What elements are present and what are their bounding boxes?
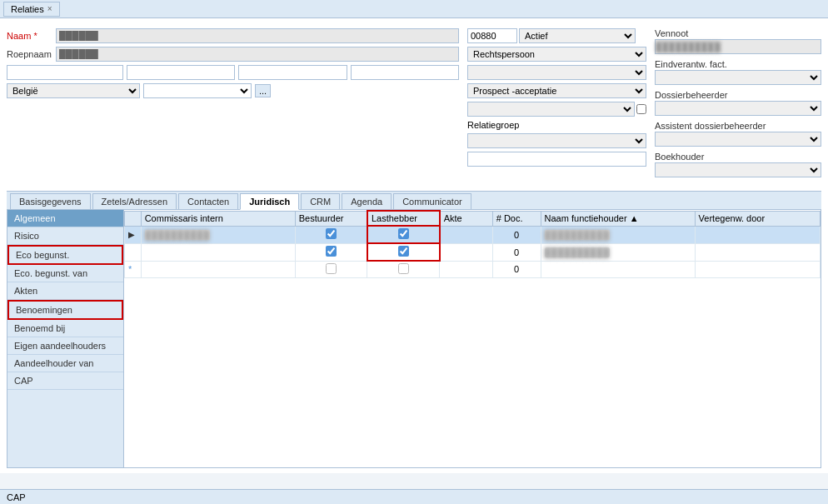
field1-input[interactable] — [7, 65, 123, 80]
tab-content: Algemeen Risico Eco begunst. Eco. beguns… — [7, 210, 821, 468]
roepnaam-label: Roepnaam — [7, 49, 52, 59]
country-row: België ... — [7, 83, 459, 98]
lasthebber-2 — [367, 243, 440, 261]
lasthebber-chk-2[interactable] — [398, 246, 409, 257]
commissaris-1: ██████████ — [141, 226, 295, 243]
lasthebber-chk-3[interactable] — [398, 263, 409, 274]
title-tab-relaties[interactable]: Relaties × — [3, 2, 60, 17]
field3-input[interactable] — [238, 65, 347, 80]
sidebar-item-eigen-aandeelhouders[interactable]: Eigen aandeelhouders — [7, 337, 123, 355]
ndoc-1: 0 — [492, 226, 541, 243]
empty-row1 — [467, 65, 646, 80]
vertegenw-2 — [695, 243, 820, 261]
vertegenw-3 — [695, 261, 820, 278]
title-bar: Relaties × — [0, 0, 828, 18]
tab-juridisch[interactable]: Juridisch — [240, 193, 299, 210]
tab-zetels[interactable]: Zetels/Adressen — [92, 193, 177, 209]
akte-3 — [440, 261, 493, 278]
tab-crm[interactable]: CRM — [301, 193, 340, 209]
tab-agenda[interactable]: Agenda — [342, 193, 392, 209]
lasthebber-3 — [367, 261, 440, 278]
id-input[interactable] — [467, 28, 517, 43]
roepnaam-row: Roepnaam — [7, 47, 459, 62]
sidebar-item-benoemd-bij[interactable]: Benoemd bij — [7, 320, 123, 337]
sidebar-item-benoemingen[interactable]: Benoemingen — [7, 300, 123, 320]
status-bar: CAP — [0, 489, 828, 504]
ndoc-3: 0 — [492, 261, 541, 278]
col-bestuurder[interactable]: Bestuurder — [295, 211, 367, 226]
top-form: Naam Roepnaam België ... — [7, 23, 821, 187]
lasthebber-chk-1[interactable] — [398, 228, 409, 239]
sidebar-item-risico[interactable]: Risico — [7, 227, 123, 245]
table-row: ▶ ██████████ 0 ██████████ — [125, 226, 821, 243]
akte-1 — [440, 226, 493, 243]
field4-input[interactable] — [351, 65, 459, 80]
tab-communicator[interactable]: Communicator — [393, 193, 471, 209]
dossierbeheerder-row: Dossierbeheerder — [655, 90, 821, 116]
form-center: Actief Rechtspersoon Prospect -acceptati… — [467, 28, 646, 182]
assistent-select[interactable] — [655, 132, 821, 147]
vertegenw-1 — [695, 226, 820, 243]
bestuurder-chk-3[interactable] — [326, 263, 337, 274]
checkbox1[interactable] — [636, 104, 646, 114]
relatiegroep-select[interactable] — [467, 133, 646, 148]
status-select[interactable]: Actief — [519, 28, 636, 43]
naam-input[interactable] — [56, 28, 459, 43]
col-lasthebber[interactable]: Lasthebber — [367, 211, 440, 226]
relatiegroep-select-row — [467, 133, 646, 148]
tab-contacten[interactable]: Contacten — [178, 193, 238, 209]
empty-text-row — [467, 152, 646, 167]
field2-input[interactable] — [127, 65, 235, 80]
col-naam[interactable]: Naam functiehouder ▲ — [541, 211, 695, 226]
sidebar-item-eco-begunst[interactable]: Eco begunst. — [7, 245, 123, 265]
type-select[interactable]: Rechtspersoon — [467, 47, 646, 62]
boekhouder-select[interactable] — [655, 162, 821, 177]
table-header-row: Commissaris intern Bestuurder Lasthebber… — [125, 211, 821, 226]
eindverantw-label: Eindverantw. fact. — [655, 59, 821, 69]
prospect-row: Prospect -acceptatie — [467, 83, 646, 98]
col-ndoc[interactable]: # Doc. — [492, 211, 541, 226]
tab-basisgegevens[interactable]: Basisgegevens — [10, 193, 91, 209]
col-vertegenw[interactable]: Vertegenw. door — [695, 211, 820, 226]
naam-value-2: ██████████ — [545, 247, 610, 257]
type-row: Rechtspersoon — [467, 47, 646, 62]
country-select[interactable]: België — [7, 83, 140, 98]
dossierbeheerder-select[interactable] — [655, 101, 821, 116]
form-right: Vennoot ██████████ Eindverantw. fact. Do… — [655, 28, 821, 182]
eindverantw-select[interactable] — [655, 70, 821, 85]
commissaris-value-1: ██████████ — [145, 230, 210, 240]
col-commissaris[interactable]: Commissaris intern — [141, 211, 295, 226]
sidebar-item-cap[interactable]: CAP — [7, 372, 123, 390]
extra-input1[interactable] — [467, 152, 646, 167]
commissaris-2 — [141, 243, 295, 261]
sidebar: Algemeen Risico Eco begunst. Eco. beguns… — [7, 210, 124, 467]
dots-button[interactable]: ... — [255, 84, 271, 97]
id-row: Actief — [467, 28, 646, 43]
data-table: Commissaris intern Bestuurder Lasthebber… — [124, 210, 821, 278]
close-icon[interactable]: × — [47, 4, 52, 13]
roepnaam-input[interactable] — [56, 47, 459, 62]
form-left: Naam Roepnaam België ... — [7, 28, 459, 182]
col-arrow — [125, 211, 142, 226]
lasthebber-1 — [367, 226, 440, 243]
bestuurder-chk-1[interactable] — [326, 228, 337, 239]
region-select[interactable] — [143, 83, 252, 98]
sidebar-item-aandeelhouder-van[interactable]: Aandeelhouder van — [7, 355, 123, 372]
empty-select1[interactable] — [467, 65, 646, 80]
prospect-select[interactable]: Prospect -acceptatie — [467, 83, 646, 98]
table-row: * 0 — [125, 261, 821, 278]
boekhouder-label: Boekhouder — [655, 152, 821, 162]
empty-select2[interactable] — [467, 102, 635, 117]
naam-2: ██████████ — [541, 243, 695, 261]
ndoc-2: 0 — [492, 243, 541, 261]
vennoot-label: Vennoot — [655, 28, 821, 38]
col-akte[interactable]: Akte — [440, 211, 493, 226]
table-row: 0 ██████████ — [125, 243, 821, 261]
vennoot-row: Vennoot ██████████ — [655, 28, 821, 54]
sidebar-item-algemeen[interactable]: Algemeen — [7, 210, 123, 227]
sidebar-item-akten[interactable]: Akten — [7, 282, 123, 300]
sidebar-item-eco-begunst-van[interactable]: Eco. begunst. van — [7, 265, 123, 282]
extra-fields-row — [7, 65, 459, 80]
bestuurder-chk-2[interactable] — [326, 246, 337, 257]
naam-row: Naam — [7, 28, 459, 43]
